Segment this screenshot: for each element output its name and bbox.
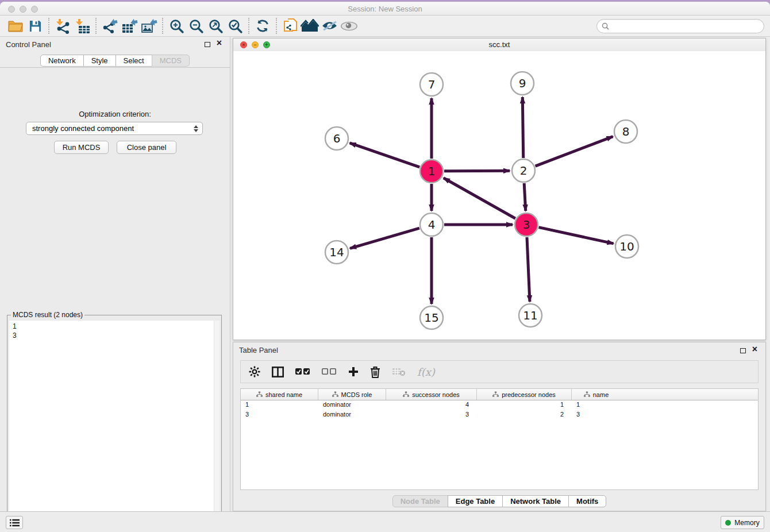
table-settings-button[interactable] xyxy=(249,366,260,377)
table-cell: 2 xyxy=(477,410,572,420)
svg-text:15: 15 xyxy=(424,311,438,325)
search-icon xyxy=(602,22,609,30)
graph-node-9[interactable]: 9 xyxy=(511,72,534,95)
graph-node-6[interactable]: 6 xyxy=(325,127,348,150)
svg-text:7: 7 xyxy=(428,78,436,91)
open-file-button[interactable] xyxy=(6,17,25,34)
toolbar-separator xyxy=(48,18,49,34)
column-header-name[interactable]: name xyxy=(572,389,621,400)
edge-3-1[interactable] xyxy=(444,178,515,218)
refresh-view-button[interactable] xyxy=(253,17,272,34)
graph-node-2[interactable]: 2 xyxy=(512,159,535,182)
export-network-icon xyxy=(102,18,118,34)
add-column-button[interactable] xyxy=(348,367,359,377)
function-builder-button[interactable]: f(x) xyxy=(417,366,435,378)
result-line: 1 xyxy=(9,322,220,331)
result-scrollbar[interactable] xyxy=(214,321,220,531)
split-columns-icon xyxy=(272,367,284,377)
table-cell: 1 xyxy=(241,400,318,410)
control-panel-tabs: NetworkStyleSelectMCDS xyxy=(0,55,230,67)
node-table: shared nameMCDS rolesuccessor nodesprede… xyxy=(240,388,759,490)
control-panel-body: Optimization criterion: strongly connect… xyxy=(0,67,230,511)
table-row[interactable]: 3dominator323 xyxy=(241,410,758,420)
zoom-selected-button[interactable] xyxy=(225,17,245,34)
graph-node-1[interactable]: 1 xyxy=(420,160,443,183)
memory-button[interactable]: Memory xyxy=(721,516,764,529)
export-image-button[interactable] xyxy=(139,17,159,34)
graph-node-10[interactable]: 10 xyxy=(615,235,638,258)
clone-network-icon xyxy=(283,18,298,34)
search-input[interactable] xyxy=(612,21,759,31)
column-header-predecessor-nodes[interactable]: predecessor nodes xyxy=(477,389,572,400)
svg-text:3: 3 xyxy=(523,218,530,232)
result-line: 3 xyxy=(9,331,220,340)
plus-icon xyxy=(348,367,359,377)
node-table-header: shared nameMCDS rolesuccessor nodesprede… xyxy=(241,389,758,400)
unselect-all-columns-button[interactable] xyxy=(322,368,337,375)
trash-icon xyxy=(370,366,380,378)
run-mcds-button[interactable]: Run MCDS xyxy=(54,141,109,154)
tab-network-table[interactable]: Network Table xyxy=(502,495,569,507)
mcds-result-list[interactable]: 13 xyxy=(9,321,220,531)
tab-network[interactable]: Network xyxy=(40,55,84,67)
table-cell: 3 xyxy=(241,410,318,420)
graph-node-7[interactable]: 7 xyxy=(420,73,443,96)
column-header-MCDS-role[interactable]: MCDS role xyxy=(318,389,386,400)
tab-style[interactable]: Style xyxy=(83,55,116,67)
panel-list-button[interactable] xyxy=(6,516,23,529)
save-session-button[interactable] xyxy=(25,17,45,34)
edge-1-2[interactable] xyxy=(444,171,510,171)
delete-columns-button[interactable] xyxy=(370,366,380,378)
export-table-button[interactable] xyxy=(120,17,139,34)
delete-table-button[interactable] xyxy=(392,367,406,376)
edge-3-10[interactable] xyxy=(538,228,613,244)
clone-network-button[interactable] xyxy=(280,17,300,34)
edge-3-11[interactable] xyxy=(527,237,530,302)
split-view-button[interactable] xyxy=(272,367,284,377)
tab-edge-table[interactable]: Edge Table xyxy=(448,495,503,507)
svg-text:14: 14 xyxy=(329,245,344,259)
tab-select[interactable]: Select xyxy=(116,55,152,67)
edge-2-8[interactable] xyxy=(536,137,613,167)
float-table-panel-icon[interactable] xyxy=(740,348,746,353)
export-network-button[interactable] xyxy=(100,17,120,34)
graph-canvas[interactable]: 7968124314101511 xyxy=(233,51,765,340)
table-cell: 3 xyxy=(572,410,621,420)
criterion-select[interactable]: strongly connected component xyxy=(26,122,203,135)
tab-motifs[interactable]: Motifs xyxy=(568,495,606,507)
edge-2-3[interactable] xyxy=(524,183,526,211)
close-panel-button[interactable]: Close panel xyxy=(117,141,176,154)
close-table-panel-icon[interactable]: × xyxy=(752,345,757,354)
float-panel-icon[interactable] xyxy=(205,42,210,47)
select-all-columns-button[interactable] xyxy=(295,368,310,375)
home-layout-button[interactable] xyxy=(300,17,319,34)
edge-2-9[interactable] xyxy=(522,97,523,158)
graph-node-15[interactable]: 15 xyxy=(420,306,443,329)
table-row[interactable]: 1dominator411 xyxy=(241,400,758,410)
edge-1-6[interactable] xyxy=(350,143,420,167)
column-header-successor-nodes[interactable]: successor nodes xyxy=(386,389,477,400)
import-network-button[interactable] xyxy=(53,17,72,34)
zoom-out-button[interactable] xyxy=(186,17,206,34)
delete-table-icon xyxy=(392,367,406,376)
edge-4-14[interactable] xyxy=(350,228,419,248)
column-header-shared-name[interactable]: shared name xyxy=(241,389,318,400)
table-cell: dominator xyxy=(318,400,386,410)
show-all-button[interactable] xyxy=(339,17,359,34)
svg-text:9: 9 xyxy=(519,76,526,90)
import-table-button[interactable] xyxy=(72,17,92,34)
node-table-body: 1dominator4113dominator323 xyxy=(241,400,758,420)
toolbar-separator xyxy=(248,18,249,34)
zoom-in-button[interactable] xyxy=(167,17,186,34)
optimization-label: Optimization criterion: xyxy=(0,110,230,118)
graph-node-11[interactable]: 11 xyxy=(519,304,542,327)
hide-selected-button[interactable] xyxy=(319,17,339,34)
graph-node-3[interactable]: 3 xyxy=(515,213,538,236)
close-panel-icon[interactable]: × xyxy=(217,38,222,48)
tab-mcds[interactable]: MCDS xyxy=(152,55,190,67)
zoom-fit-button[interactable] xyxy=(206,17,225,34)
graph-node-4[interactable]: 4 xyxy=(420,213,443,236)
graph-node-8[interactable]: 8 xyxy=(614,120,637,143)
tab-node-table[interactable]: Node Table xyxy=(392,495,448,507)
graph-node-14[interactable]: 14 xyxy=(325,241,348,264)
